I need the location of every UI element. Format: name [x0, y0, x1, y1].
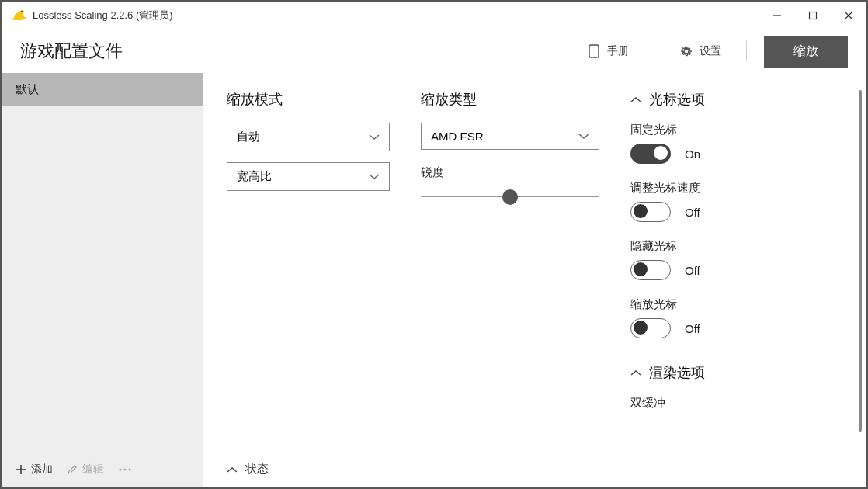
cursor-options-header[interactable]: 光标选项 — [630, 90, 843, 109]
render-options-header[interactable]: 渲染选项 — [630, 363, 843, 382]
sidebar-toolbar: 添加 编辑 — [2, 452, 203, 487]
slider-thumb[interactable] — [502, 189, 518, 205]
edit-label: 编辑 — [82, 463, 104, 477]
scaling-type-label: 缩放类型 — [421, 90, 607, 109]
cursor-options-label: 光标选项 — [649, 90, 705, 109]
chevron-up-icon — [227, 466, 238, 473]
toggle-knob — [634, 204, 648, 218]
window-controls — [759, 2, 866, 29]
chevron-up-icon — [630, 96, 641, 102]
svg-point-0 — [21, 11, 23, 12]
titlebar: Lossless Scaling 2.2.6 (管理员) — [2, 2, 866, 29]
scale-cursor-toggle[interactable] — [630, 318, 671, 338]
svg-rect-2 — [810, 12, 817, 19]
main-panel: 缩放模式 自动 宽高比 缩放类型 AMD FSR 锐度 — [203, 73, 866, 487]
adjust-speed-row: Off — [630, 202, 843, 222]
chevron-up-icon — [630, 369, 641, 376]
toggle-state: Off — [685, 322, 700, 335]
page-title: 游戏配置文件 — [20, 40, 568, 63]
scaling-mode-label: 缩放模式 — [227, 90, 398, 109]
fixed-cursor-label: 固定光标 — [630, 123, 843, 137]
hide-cursor-row: Off — [630, 260, 843, 280]
scaling-mode-column: 缩放模式 自动 宽高比 — [227, 90, 398, 487]
window-title: Lossless Scaling 2.2.6 (管理员) — [33, 9, 759, 23]
maximize-button[interactable] — [795, 2, 831, 29]
scale-cursor-row: Off — [630, 318, 843, 338]
dropdown-value: 自动 — [237, 130, 260, 144]
adjust-speed-label: 调整光标速度 — [630, 181, 843, 196]
svg-rect-5 — [589, 45, 599, 57]
dots-icon — [118, 467, 132, 472]
pencil-icon — [67, 464, 78, 475]
more-button[interactable] — [118, 467, 132, 472]
app-icon — [11, 8, 26, 23]
hide-cursor-label: 隐藏光标 — [630, 239, 843, 254]
scrollbar[interactable] — [859, 90, 862, 432]
chevron-down-icon — [578, 134, 589, 140]
hide-cursor-toggle[interactable] — [630, 260, 671, 280]
toggle-knob — [634, 262, 648, 276]
scale-button[interactable]: 缩放 — [764, 36, 848, 68]
settings-button[interactable]: 设置 — [672, 40, 729, 63]
header: 游戏配置文件 手册 设置 缩放 — [2, 29, 866, 73]
toggle-state: Off — [685, 264, 700, 277]
status-label: 状态 — [245, 462, 269, 477]
scale-cursor-label: 缩放光标 — [630, 297, 843, 312]
plus-icon — [16, 464, 26, 475]
render-options-label: 渲染选项 — [649, 363, 705, 382]
toggle-knob — [654, 146, 668, 160]
manual-label: 手册 — [607, 44, 629, 58]
svg-point-8 — [120, 469, 122, 471]
gear-icon — [679, 44, 693, 58]
toggle-state: Off — [685, 206, 700, 219]
scaling-type-column: 缩放类型 AMD FSR 锐度 — [421, 90, 607, 487]
sidebar: 默认 添加 编辑 — [2, 73, 203, 487]
chevron-down-icon — [369, 134, 380, 140]
svg-point-10 — [129, 469, 131, 471]
minimize-button[interactable] — [759, 2, 795, 29]
app-window: Lossless Scaling 2.2.6 (管理员) 游戏配置文件 手册 — [0, 0, 868, 489]
edit-profile-button[interactable]: 编辑 — [67, 463, 104, 477]
dropdown-value: AMD FSR — [431, 130, 484, 143]
svg-point-9 — [124, 469, 127, 471]
divider — [654, 41, 654, 61]
fixed-cursor-row: On — [630, 144, 843, 164]
scaling-type-dropdown[interactable]: AMD FSR — [421, 123, 599, 150]
book-icon — [589, 44, 601, 58]
double-buffer-label: 双缓冲 — [630, 396, 843, 411]
divider — [746, 41, 747, 61]
settings-label: 设置 — [700, 44, 721, 58]
close-button[interactable] — [831, 2, 866, 29]
sharpness-slider[interactable] — [421, 188, 599, 206]
chevron-down-icon — [369, 174, 380, 180]
add-profile-button[interactable]: 添加 — [16, 463, 53, 477]
scaling-mode-dropdown-2[interactable]: 宽高比 — [227, 162, 390, 191]
manual-button[interactable]: 手册 — [581, 40, 637, 63]
content: 默认 添加 编辑 — [2, 73, 866, 487]
sharpness-label: 锐度 — [421, 165, 607, 180]
add-label: 添加 — [31, 463, 53, 477]
sidebar-spacer — [2, 106, 203, 452]
toggle-state: On — [685, 147, 700, 161]
options-column: 光标选项 固定光标 On 调整光标速度 Off 隐藏光标 Off — [630, 90, 859, 487]
toggle-knob — [634, 321, 648, 335]
status-bar[interactable]: 状态 — [227, 462, 269, 477]
fixed-cursor-toggle[interactable] — [630, 144, 671, 164]
dropdown-value: 宽高比 — [237, 169, 272, 184]
adjust-speed-toggle[interactable] — [630, 202, 671, 222]
profile-item-default[interactable]: 默认 — [2, 73, 203, 106]
scaling-mode-dropdown-1[interactable]: 自动 — [227, 123, 390, 151]
